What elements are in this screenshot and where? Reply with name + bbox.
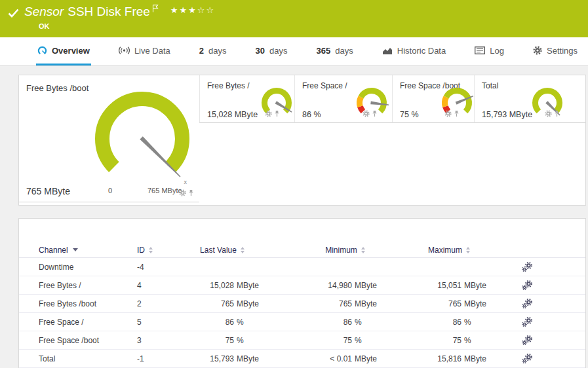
sort-desc-icon [73,248,78,251]
column-header-minimum[interactable]: Minimum [268,246,386,255]
tab-label: Settings [547,46,578,56]
column-header-id[interactable]: ID [137,246,176,255]
maximum-number: 15,816 [386,354,461,363]
tile-pin-icon[interactable] [188,187,194,199]
minimum-unit: % [352,336,386,345]
mini-gauge-actions [363,108,378,120]
minimum-unit: MByte [352,299,386,308]
tab-365-days[interactable]: 365days [315,37,355,65]
column-header-label: Channel [39,246,68,255]
tab-bar: OverviewLive Data2days30days365daysHisto… [0,37,588,66]
live-icon [119,46,130,55]
sort-both-icon [361,247,365,253]
maximum-unit: MByte [461,354,496,363]
tile-gear-icon[interactable] [179,187,186,199]
channel-id-cell: -1 [137,354,176,363]
minimum-number: 75 [268,336,352,345]
row-actions-cell [496,280,585,290]
channel-id-cell: 5 [137,318,176,327]
mini-gauge-tile-free-space[interactable]: Free Space /86 % [294,75,392,123]
tab-2-days[interactable]: 2days [198,37,228,65]
priority-stars[interactable]: ★★★☆☆ [170,5,215,15]
column-header-maximum[interactable]: Maximum [386,246,496,255]
last-value-number: 765 [176,299,234,308]
sort-up-arrow [466,247,470,249]
row-actions-cell [496,262,585,272]
tile-pin-icon[interactable] [554,108,560,120]
last-value-cell: 15,793MByte [176,354,268,363]
tab-log[interactable]: Log [473,37,505,65]
channel-id-cell: -4 [137,263,176,272]
tab-number: 30 [256,46,265,56]
tab-30-days[interactable]: 30days [254,37,289,65]
tab-live-data[interactable]: Live Data [117,37,172,65]
main-gauge-value: 765 MByte [26,186,70,196]
table-row-free-space: Free Space /586%86%86% [19,313,585,331]
tile-pin-icon[interactable] [372,108,378,120]
maximum-number: 86 [386,318,461,327]
tab-settings[interactable]: Settings [532,37,579,65]
page-title: SSH Disk Free [68,5,150,19]
column-header-last-value[interactable]: Last Value [176,246,268,255]
tab-historic-data[interactable]: Historic Data [381,37,447,65]
tab-number: 2 [199,46,204,56]
minimum-cell: 14,980MByte [268,281,386,290]
table-row-free-space-boot: Free Space /boot375%75%75% [19,331,585,350]
mini-gauge-title: Free Bytes / [207,81,250,90]
maximum-number: 75 [386,336,461,345]
channel-name-cell: Free Space /boot [39,336,137,345]
sort-down-arrow [361,251,365,253]
table-row-free-bytes-boot: Free Bytes /boot2765MByte765MByte765MByt… [19,295,585,313]
sensor-header: Sensor SSH Disk Free ★★★☆☆ OK [0,0,588,37]
mini-gauge-tile-free-space-boot[interactable]: Free Space /boot75 % [392,75,474,123]
mini-gauge-value: 86 % [302,110,321,119]
channel-id-cell: 4 [137,281,176,290]
edit-channel-gears-icon[interactable] [522,299,585,308]
last-value-unit: MByte [234,299,268,308]
sort-both-icon [149,247,153,253]
last-value-cell: 15,028MByte [176,281,268,290]
edit-channel-gears-icon[interactable] [522,280,585,290]
channel-id-cell: 2 [137,299,176,308]
mini-gauge-value: 15,028 MByte [207,110,258,119]
tab-label: days [208,46,226,56]
row-actions-cell [496,317,585,327]
tile-pin-icon[interactable] [454,108,460,120]
channel-name-cell: Free Bytes / [39,281,137,290]
svg-text:x: x [184,179,187,185]
edit-channel-gears-icon[interactable] [522,354,585,363]
column-header-label: ID [137,246,145,255]
sort-down-arrow [149,251,153,253]
tile-gear-icon[interactable] [363,108,370,120]
minimum-number: < 0.01 [268,354,352,363]
channel-name-cell: Free Bytes /boot [39,299,137,308]
tile-gear-icon[interactable] [444,108,452,120]
edit-channel-gears-icon[interactable] [522,317,585,327]
minimum-number: 765 [268,299,352,308]
tab-label: Log [490,46,504,56]
channel-table-header: ChannelIDLast ValueMinimumMaximum [19,242,585,258]
mini-gauge-actions [444,108,460,120]
column-header-label: Last Value [200,246,237,255]
tab-overview[interactable]: Overview [36,37,91,65]
mini-gauge-tile-total[interactable]: Total15,793 MByte [474,75,586,123]
tab-label: Live Data [134,46,170,56]
maximum-cell: 86% [386,318,496,327]
minimum-number: 14,980 [268,281,352,290]
tile-gear-icon[interactable] [265,108,272,120]
tile-pin-icon[interactable] [274,108,280,120]
channel-name-cell: Free Space / [39,318,137,327]
channel-name-cell: Total [39,354,137,363]
last-value-unit: MByte [234,354,268,363]
maximum-number: 15,051 [386,281,461,290]
sort-both-icon [466,247,470,253]
edit-channel-gears-icon[interactable] [522,262,585,272]
tab-number: 365 [317,46,331,56]
log-icon [475,46,485,54]
main-gauge-tile[interactable]: Free Bytes /boot x 765 MByte 0 765 MByte [19,75,199,202]
mini-gauge-tile-free-bytes[interactable]: Free Bytes /15,028 MByte [199,75,294,123]
edit-channel-gears-icon[interactable] [522,335,585,345]
tab-label: days [335,46,353,56]
column-header-channel[interactable]: Channel [39,246,137,255]
tile-gear-icon[interactable] [545,108,552,120]
